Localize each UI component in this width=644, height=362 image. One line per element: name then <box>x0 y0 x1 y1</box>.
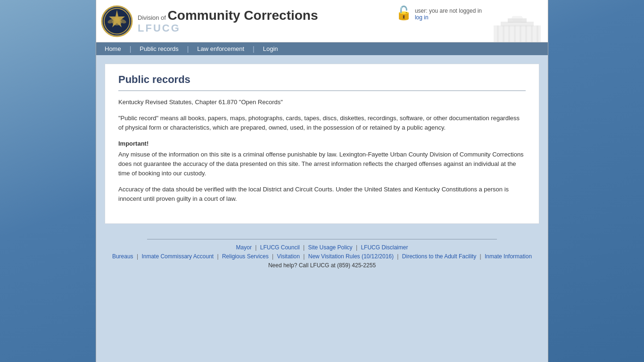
footer-bureaus[interactable]: Bureaus <box>112 253 133 260</box>
navbar: Home | Public records | Law enforcement … <box>96 42 548 55</box>
svg-rect-16 <box>520 25 521 42</box>
nav-login[interactable]: Login <box>255 42 287 55</box>
svg-rect-15 <box>514 25 516 42</box>
important-label: Important! <box>118 139 526 148</box>
footer-divider <box>147 239 497 239</box>
header-title-block: Division of Community Corrections LFUCG <box>138 8 543 34</box>
footer-lfucg-council[interactable]: LFUCG Council <box>260 244 300 251</box>
statute-text: Kentucky Revised Statutes, Chapter 61.87… <box>118 99 283 106</box>
footer-religious-services[interactable]: Religious Services <box>222 253 269 260</box>
lock-icon: 🔓 <box>396 7 412 20</box>
footer-site-usage[interactable]: Site Usage Policy <box>308 244 353 251</box>
important-section: Any misuse of the information on this si… <box>118 150 526 178</box>
svg-rect-14 <box>508 25 510 42</box>
svg-rect-18 <box>531 25 533 42</box>
division-prefix: Division of <box>138 14 166 21</box>
auth-text: user: you are not logged in log in <box>415 8 482 21</box>
svg-rect-9 <box>494 25 541 42</box>
help-text: Need help? Call LFUCG at (859) 425-2255 <box>109 262 535 269</box>
accuracy-section: Accuracy of the data should be verified … <box>118 185 526 204</box>
login-link[interactable]: log in <box>415 14 482 21</box>
footer-inmate-commissary[interactable]: Inmate Commissary Account <box>141 253 214 260</box>
logo-badge <box>101 5 133 37</box>
lfucg-subtitle: LFUCG <box>138 22 543 34</box>
nav-public-records[interactable]: Public records <box>131 42 187 55</box>
footer-directions[interactable]: Directions to the Adult Facility <box>402 253 476 260</box>
statute-section: Kentucky Revised Statutes, Chapter 61.87… <box>118 98 526 107</box>
footer-inmate-info[interactable]: Inmate Information <box>485 253 532 260</box>
svg-rect-17 <box>525 25 527 42</box>
footer-visitation[interactable]: Visitation <box>277 253 299 260</box>
svg-rect-19 <box>537 25 538 42</box>
nav-law-enforcement[interactable]: Law enforcement <box>189 42 253 55</box>
title-divider <box>118 90 526 91</box>
nav-home[interactable]: Home <box>96 42 130 55</box>
building-image <box>487 16 548 42</box>
footer: Mayor | LFUCG Council | Site Usage Polic… <box>105 232 539 273</box>
page-title: Public records <box>118 74 526 86</box>
important-text: Any misuse of the information on this si… <box>118 151 524 177</box>
footer-lfucg-disclaimer[interactable]: LFUCG Disclaimer <box>361 244 408 251</box>
auth-area: 🔓 user: you are not logged in log in <box>396 7 482 21</box>
header: Division of Community Corrections LFUCG … <box>96 0 548 42</box>
user-status-text: user: you are not logged in <box>415 8 482 14</box>
definition-text: "Public record" means all books, papers,… <box>118 115 520 131</box>
division-line: Division of Community Corrections <box>138 8 543 23</box>
svg-rect-12 <box>497 25 499 42</box>
footer-new-visitation[interactable]: New Visitation Rules (10/12/2016) <box>308 253 394 260</box>
main-content: Public records Kentucky Revised Statutes… <box>105 64 539 224</box>
definition-section: "Public record" means all books, papers,… <box>118 114 526 132</box>
svg-rect-13 <box>503 25 504 42</box>
footer-row-1: Mayor | LFUCG Council | Site Usage Polic… <box>109 244 535 251</box>
footer-mayor[interactable]: Mayor <box>236 244 252 251</box>
svg-point-7 <box>115 17 119 21</box>
footer-row-2: Bureaus | Inmate Commissary Account | Re… <box>109 253 535 260</box>
agency-title: Community Corrections <box>168 8 318 23</box>
accuracy-text: Accuracy of the data should be verified … <box>118 186 509 202</box>
